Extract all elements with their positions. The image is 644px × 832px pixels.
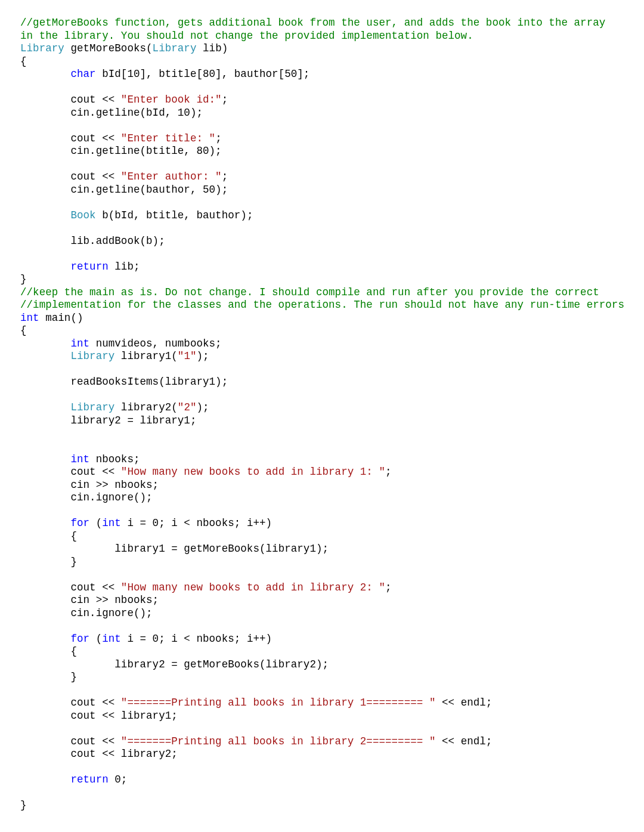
code-text: cout << library2; — [70, 748, 177, 760]
code-text: b(bId, btitle, bauthor); — [96, 209, 253, 221]
code-text: cin.getline(btitle, 80); — [70, 145, 221, 157]
code-text: cout << — [70, 466, 120, 478]
code-string: "Enter author: " — [121, 171, 222, 183]
code-text: nbooks; — [89, 453, 140, 465]
code-text: } — [20, 799, 27, 811]
code-text: bId[10], btitle[80], bauthor[50]; — [96, 68, 310, 80]
code-text: lib; — [109, 261, 140, 273]
code-text: { — [20, 55, 27, 67]
code-text: ( — [89, 633, 102, 645]
code-comment: //implementation for the classes and the… — [20, 299, 624, 311]
code-string: "=======Printing all books in library 2=… — [121, 735, 436, 747]
code-text: ; — [222, 171, 228, 183]
code-text: i = 0; i < nbooks; i++) — [121, 517, 272, 529]
code-text: cin.ignore(); — [70, 491, 152, 503]
code-keyword: int — [102, 517, 121, 529]
code-type: Library — [153, 42, 197, 54]
code-text: } — [70, 556, 77, 568]
code-keyword: for — [70, 633, 89, 645]
code-text: { — [70, 645, 77, 657]
code-text: main() — [39, 312, 83, 324]
code-text: cin.getline(bId, 10); — [70, 107, 203, 119]
code-text: lib.addBook(b); — [70, 235, 165, 247]
code-text: lib) — [196, 42, 228, 54]
code-text: library1( — [114, 350, 178, 362]
code-text: 0; — [109, 774, 128, 785]
code-text: cin.ignore(); — [70, 607, 152, 619]
code-text: ; — [215, 132, 222, 144]
code-text: ); — [196, 350, 209, 362]
code-keyword: return — [70, 774, 108, 785]
code-string: "2" — [178, 401, 197, 413]
code-text: ; — [385, 582, 392, 593]
code-text: cin.getline(bauthor, 50); — [70, 184, 228, 196]
code-string: "How many new books to add in library 2:… — [121, 582, 385, 593]
code-keyword: char — [70, 68, 95, 80]
code-keyword: int — [70, 453, 89, 465]
code-text: numvideos, numbooks; — [89, 338, 222, 349]
code-text: ; — [385, 466, 392, 478]
code-comment: in the library. You should not change th… — [20, 30, 473, 42]
code-type: Library — [70, 350, 114, 362]
code-text: getMoreBooks( — [64, 42, 153, 54]
code-keyword: int — [102, 633, 121, 645]
code-listing: //getMoreBooks function, gets additional… — [0, 0, 644, 829]
code-text: } — [20, 273, 27, 285]
code-keyword: int — [20, 312, 39, 324]
code-text: cin >> nbooks; — [70, 479, 159, 491]
code-text: cout << library1; — [70, 710, 177, 722]
code-text: cin >> nbooks; — [70, 594, 159, 606]
code-string: "=======Printing all books in library 1=… — [121, 697, 436, 709]
code-text: ( — [89, 517, 102, 529]
code-text: cout << — [70, 94, 120, 106]
code-comment: //keep the main as is. Do not change. I … — [20, 286, 599, 298]
code-text: << endl; — [435, 697, 492, 709]
code-type: Library — [20, 42, 64, 54]
code-text: library1 = getMoreBooks(library1); — [114, 543, 329, 555]
code-text: library2 = library1; — [70, 415, 196, 426]
code-text: cout << — [70, 171, 120, 183]
code-text: cout << — [70, 582, 120, 593]
code-string: "How many new books to add in library 1:… — [121, 466, 385, 478]
code-keyword: for — [70, 517, 89, 529]
code-text: { — [20, 324, 27, 336]
code-text: library2( — [114, 401, 178, 413]
code-keyword: int — [70, 338, 89, 349]
code-comment: //getMoreBooks function, gets additional… — [20, 17, 605, 29]
code-type: Book — [70, 209, 95, 221]
code-text: ); — [196, 401, 209, 413]
code-string: "Enter book id:" — [121, 94, 222, 106]
code-text: i = 0; i < nbooks; i++) — [121, 633, 272, 645]
code-text: ; — [222, 94, 228, 106]
code-text: cout << — [70, 132, 120, 144]
code-text: library2 = getMoreBooks(library2); — [114, 658, 329, 670]
code-text: << endl; — [435, 735, 492, 747]
code-string: "1" — [178, 350, 197, 362]
code-text: cout << — [70, 697, 120, 709]
code-text: } — [70, 671, 77, 683]
code-type: Library — [70, 401, 114, 413]
code-keyword: return — [70, 261, 108, 273]
code-string: "Enter title: " — [121, 132, 215, 144]
code-text: readBooksItems(library1); — [70, 376, 228, 388]
code-text: cout << — [70, 735, 120, 747]
code-text: { — [70, 530, 77, 542]
